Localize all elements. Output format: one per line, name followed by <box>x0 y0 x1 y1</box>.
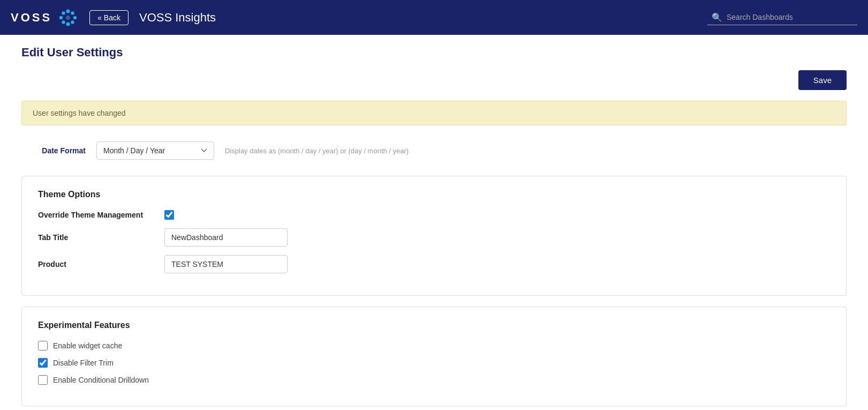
product-input[interactable] <box>164 255 288 273</box>
svg-point-8 <box>66 16 70 20</box>
theme-options-title: Theme Options <box>38 190 830 199</box>
logo-area: VOSS <box>11 7 79 28</box>
search-container: 🔍 <box>707 10 857 25</box>
date-format-row: Date Format Month / Day / Year Day / Mon… <box>21 141 847 160</box>
svg-point-2 <box>73 16 77 19</box>
tab-title-input[interactable] <box>164 228 288 247</box>
experimental-features-card: Experimental Features Enable widget cach… <box>21 307 847 406</box>
enable-widget-cache-label: Enable widget cache <box>53 341 122 350</box>
enable-widget-cache-checkbox[interactable] <box>38 341 48 351</box>
svg-point-3 <box>71 20 74 24</box>
voss-logo-icon <box>57 7 79 28</box>
search-input[interactable] <box>727 13 844 21</box>
date-format-hint: Display dates as (month / day / year) or… <box>225 147 409 155</box>
header: VOSS « Back VOSS Insights 🔍 <box>0 0 868 35</box>
tab-title-label: Tab Title <box>38 233 156 242</box>
experimental-feature-2: Enable Conditional Drilldown <box>38 375 830 385</box>
svg-point-0 <box>66 9 70 13</box>
save-button[interactable]: Save <box>798 70 847 90</box>
theme-options-card: Theme Options Override Theme Management … <box>21 176 847 296</box>
date-format-select[interactable]: Month / Day / Year Day / Month / Year <box>96 141 214 160</box>
alert-message: User settings have changed <box>33 109 126 117</box>
svg-point-1 <box>71 11 74 14</box>
date-format-label: Date Format <box>32 146 86 155</box>
enable-conditional-drilldown-label: Enable Conditional Drilldown <box>53 376 149 384</box>
back-button[interactable]: « Back <box>89 10 129 25</box>
tab-title-row: Tab Title <box>38 228 830 247</box>
experimental-features-title: Experimental Features <box>38 320 830 330</box>
product-label: Product <box>38 260 156 269</box>
page-title: Edit User Settings <box>21 46 847 59</box>
override-theme-row: Override Theme Management <box>38 210 830 220</box>
experimental-feature-0: Enable widget cache <box>38 341 830 351</box>
disable-filter-trim-checkbox[interactable] <box>38 358 48 368</box>
product-row: Product <box>38 255 830 273</box>
svg-point-4 <box>66 22 70 26</box>
svg-point-7 <box>62 11 65 14</box>
header-title: VOSS Insights <box>139 11 697 25</box>
experimental-feature-1: Disable Filter Trim <box>38 358 830 368</box>
override-theme-label: Override Theme Management <box>38 211 156 219</box>
svg-point-5 <box>62 20 65 24</box>
override-theme-checkbox[interactable] <box>164 210 174 220</box>
enable-conditional-drilldown-checkbox[interactable] <box>38 375 48 385</box>
svg-point-6 <box>59 16 63 19</box>
main-content: Edit User Settings Save User settings ha… <box>0 35 868 410</box>
disable-filter-trim-label: Disable Filter Trim <box>53 359 114 367</box>
search-icon: 🔍 <box>712 12 722 23</box>
alert-banner: User settings have changed <box>21 101 847 125</box>
logo-text: VOSS <box>11 11 52 25</box>
